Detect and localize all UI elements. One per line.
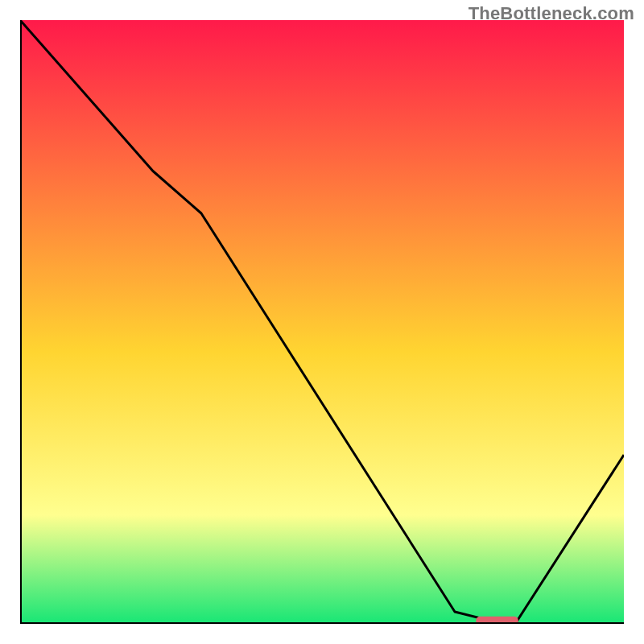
watermark-label: TheBottleneck.com (469, 3, 634, 24)
chart-container: TheBottleneck.com (0, 0, 644, 644)
chart-svg (20, 20, 624, 624)
gradient-background (20, 20, 624, 624)
plot-area (20, 20, 624, 624)
